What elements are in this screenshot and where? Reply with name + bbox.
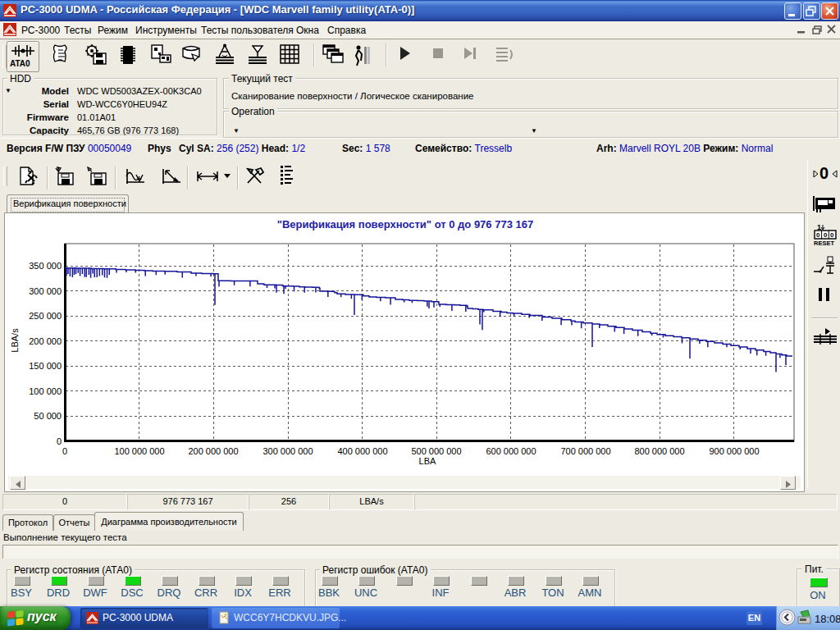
svg-text:200 000 000: 200 000 000 <box>188 446 238 456</box>
svg-text:100 000: 100 000 <box>29 386 62 396</box>
svg-text:RESET: RESET <box>814 240 834 246</box>
svg-text:100 000 000: 100 000 000 <box>114 446 164 456</box>
svg-text:800 000 000: 800 000 000 <box>634 446 684 456</box>
svg-text:900 000 000: 900 000 000 <box>709 446 759 456</box>
svg-text:0: 0 <box>819 164 829 182</box>
svg-text:150 000: 150 000 <box>29 361 62 371</box>
svg-text:"Верификация поверхности" от 0: "Верификация поверхности" от 0 до 976 77… <box>277 218 533 231</box>
svg-text:700 000 000: 700 000 000 <box>560 446 610 456</box>
svg-text:0: 0 <box>830 231 834 239</box>
svg-text:200 000: 200 000 <box>29 336 62 346</box>
svg-text:0: 0 <box>62 446 67 456</box>
svg-text:350 000: 350 000 <box>29 261 62 271</box>
svg-text:0: 0 <box>824 231 828 239</box>
svg-text:LBA/s: LBA/s <box>10 328 20 353</box>
svg-text:400 000 000: 400 000 000 <box>337 446 387 456</box>
svg-text:300 000: 300 000 <box>29 286 62 296</box>
svg-text:50 000: 50 000 <box>34 411 62 421</box>
svg-text:0: 0 <box>816 231 820 239</box>
svg-text:LBA: LBA <box>419 456 436 466</box>
svg-text:0: 0 <box>57 436 62 446</box>
svg-text:250 000: 250 000 <box>29 311 62 321</box>
svg-text:300 000 000: 300 000 000 <box>262 446 313 456</box>
svg-text:600 000 000: 600 000 000 <box>486 446 536 456</box>
svg-text:500 000 000: 500 000 000 <box>411 446 461 456</box>
